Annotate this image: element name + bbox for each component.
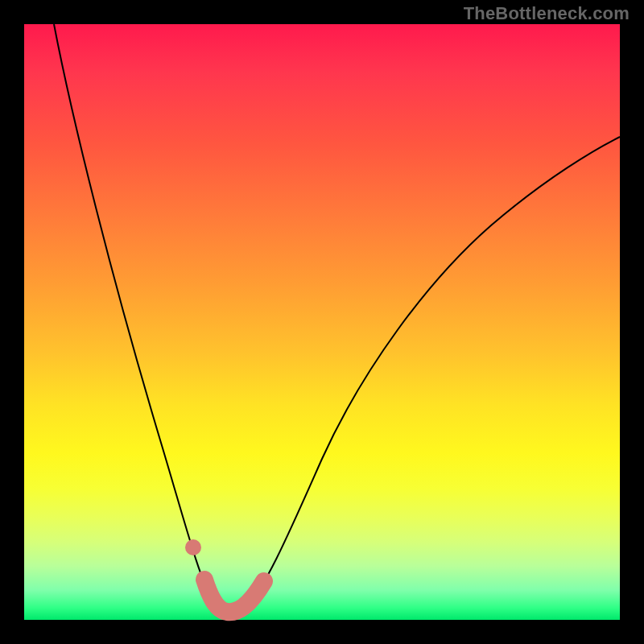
chart-svg (24, 24, 620, 620)
plot-area (24, 24, 620, 620)
marker-highlight (204, 580, 264, 612)
chart-frame: TheBottleneck.com (0, 0, 644, 644)
marker-dot (185, 539, 201, 555)
bottleneck-curve (54, 24, 620, 614)
watermark-text: TheBottleneck.com (464, 3, 630, 24)
